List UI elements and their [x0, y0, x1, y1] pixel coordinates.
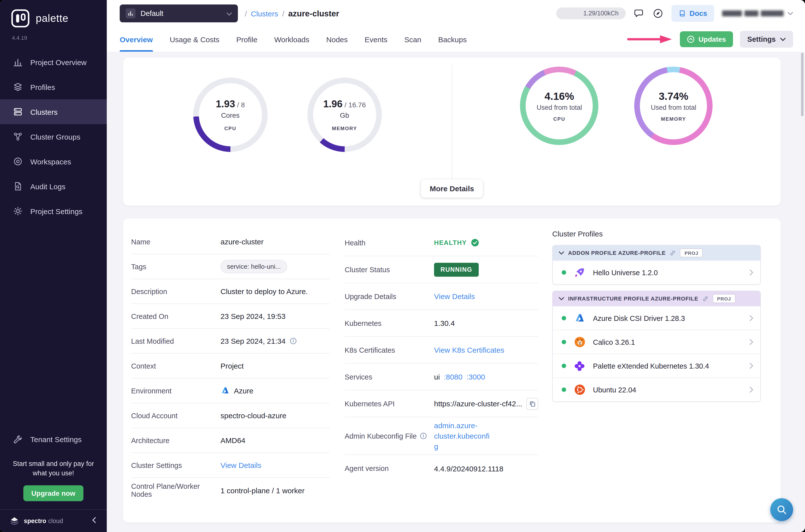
topbar-right: 1.29/100kCh Docs	[556, 5, 793, 22]
copy-button[interactable]	[526, 398, 538, 410]
breadcrumb-separator: /	[282, 9, 284, 18]
memory-usage-percent: 3.74%	[659, 90, 688, 102]
sidebar-item-clusters[interactable]: Clusters	[0, 99, 107, 124]
detail-row-upgrade-details: Upgrade Details View Details	[345, 283, 538, 310]
tab-overview[interactable]: Overview	[120, 27, 153, 52]
chevron-right-icon	[749, 363, 753, 369]
chevron-right-icon	[749, 339, 753, 345]
cpu-used-value: 1.93	[216, 98, 235, 109]
gear-icon	[13, 206, 23, 216]
chevron-down-icon	[780, 38, 786, 41]
chat-button[interactable]	[633, 8, 644, 19]
detail-row-architecture: Architecture AMD64	[131, 428, 330, 453]
sidebar-item-workspaces[interactable]: Workspaces	[0, 149, 107, 174]
breadcrumb-clusters-link[interactable]: Clusters	[251, 9, 278, 18]
chat-icon	[633, 8, 644, 19]
sidebar-item-label: Project Overview	[30, 58, 87, 66]
addon-profile-name: ADDON PROFILE AZURE-PROFILE	[568, 250, 666, 256]
sidebar-item-project-settings[interactable]: Project Settings	[0, 199, 107, 224]
tab-nodes[interactable]: Nodes	[326, 27, 348, 52]
upgrade-details-link[interactable]: View Details	[434, 292, 475, 301]
search-fab[interactable]	[770, 498, 793, 521]
upgrade-now-button[interactable]: Upgrade now	[23, 485, 83, 501]
settings-button[interactable]: Settings	[740, 31, 793, 48]
calico-icon	[573, 336, 586, 348]
service-port-3000-link[interactable]: :3000	[466, 373, 485, 381]
detail-row-description: Description Cluster to deploy to Azure.	[131, 279, 330, 304]
pack-palette-extended-kubernetes[interactable]: Palette eXtended Kubernetes 1.30.4	[553, 354, 760, 378]
updates-button[interactable]: Updates	[679, 31, 733, 47]
detail-row-name: Name azure-cluster	[131, 229, 330, 254]
upgrade-promo: Start small and only pay for what you us…	[0, 459, 107, 509]
collapse-sidebar-icon[interactable]	[91, 516, 98, 525]
sidebar-item-label: Cluster Groups	[30, 132, 80, 141]
target-icon	[13, 156, 23, 166]
document-search-icon	[13, 181, 23, 191]
info-icon[interactable]	[420, 432, 427, 440]
guide-button[interactable]	[652, 8, 663, 19]
cpu-donut-title: CPU	[553, 116, 565, 121]
memory-gauge-title: MEMORY	[332, 126, 357, 131]
detail-row-created-on: Created On 23 Sep 2024, 19:53	[131, 304, 330, 329]
sidebar-item-project-overview[interactable]: Project Overview	[0, 50, 107, 75]
azure-icon	[573, 312, 586, 325]
pack-azure-disk-csi[interactable]: Azure Disk CSI Driver 1.28.3	[553, 306, 760, 330]
tab-profile[interactable]: Profile	[236, 27, 257, 52]
detail-row-last-modified: Last Modified 23 Sep 2024, 21:34	[131, 329, 330, 354]
memory-donut-title: MEMORY	[661, 116, 686, 121]
tab-workloads[interactable]: Workloads	[274, 27, 309, 52]
project-selector-value: Default	[140, 10, 164, 17]
cluster-settings-link[interactable]: View Details	[221, 461, 262, 470]
sidebar-item-profiles[interactable]: Profiles	[0, 75, 107, 99]
sidebar-item-cluster-groups[interactable]: Cluster Groups	[0, 124, 107, 149]
tab-events[interactable]: Events	[365, 27, 388, 52]
tabs: Overview Usage & Costs Profile Workloads…	[120, 27, 467, 52]
account-menu[interactable]	[722, 11, 793, 16]
sidebar-item-label: Workspaces	[30, 157, 71, 166]
pack-calico[interactable]: Calico 3.26.1	[553, 330, 760, 354]
addon-profile-header[interactable]: ADDON PROFILE AZURE-PROFILE PROJ	[553, 245, 760, 260]
cluster-status-column: Health HEALTHY Cluster Status RUNNING Up…	[345, 229, 538, 522]
infrastructure-profile-header[interactable]: INFRASTRUCTURE PROFILE AZURE-PROFILE PRO…	[553, 291, 760, 306]
tab-usage-costs[interactable]: Usage & Costs	[170, 27, 219, 52]
tag-chip[interactable]: service: hello-uni...	[221, 260, 287, 273]
check-circle-icon	[471, 239, 479, 247]
sidebar-item-tenant-settings[interactable]: Tenant Settings	[0, 427, 107, 452]
project-chart-icon	[126, 8, 136, 18]
docs-button[interactable]: Docs	[671, 5, 714, 22]
sidebar-item-audit-logs[interactable]: Audit Logs	[0, 174, 107, 199]
brand-row: palette	[0, 0, 107, 28]
pack-status-dot	[562, 387, 566, 392]
docs-label: Docs	[690, 10, 707, 17]
infrastructure-profile-group: INFRASTRUCTURE PROFILE AZURE-PROFILE PRO…	[552, 290, 761, 402]
detail-row-kubeconfig: Admin Kubeconfig File admin.azure-cluste…	[345, 417, 538, 455]
pack-name: Calico 3.26.1	[593, 338, 635, 346]
sidebar-nav: Project Overview Profiles Clusters Clust…	[0, 50, 107, 224]
detail-row-environment: Environment Azure	[131, 379, 330, 403]
pack-name: Azure Disk CSI Driver 1.28.3	[593, 314, 685, 322]
pack-name: Hello Universe 1.2.0	[593, 268, 658, 277]
more-details-button[interactable]: More Details	[421, 179, 483, 198]
k8s-certificates-link[interactable]: View K8s Certificates	[434, 346, 504, 354]
chevron-down-icon	[559, 251, 564, 254]
tab-backups[interactable]: Backups	[438, 27, 467, 52]
service-port-8080-link[interactable]: :8080	[444, 373, 462, 381]
clusters-icon	[13, 107, 23, 117]
memory-usage-label: Used from total	[651, 103, 696, 111]
project-selector[interactable]: Default	[120, 4, 238, 22]
tab-scan[interactable]: Scan	[404, 27, 421, 52]
chevron-down-icon	[559, 297, 564, 300]
detail-row-kubernetes-api: Kubernetes API https://azure-cluster-cf4…	[345, 391, 538, 417]
kubeconfig-download-link[interactable]: admin.azure-cluster.kubeconfig	[434, 420, 490, 452]
tabbar-actions: Updates Settings	[627, 31, 793, 48]
pack-ubuntu[interactable]: Ubuntu 22.04	[553, 378, 760, 401]
network-nodes-icon	[13, 132, 23, 141]
info-icon[interactable]	[289, 337, 297, 345]
pack-hello-universe[interactable]: Hello Universe 1.2.0	[553, 260, 760, 284]
cpu-total-value: / 8	[237, 101, 245, 109]
chevron-right-icon	[749, 315, 753, 321]
azure-icon	[221, 386, 230, 395]
vertical-scrollbar[interactable]	[801, 53, 804, 116]
sidebar-item-label: Audit Logs	[30, 182, 65, 190]
pack-status-dot	[562, 340, 566, 344]
